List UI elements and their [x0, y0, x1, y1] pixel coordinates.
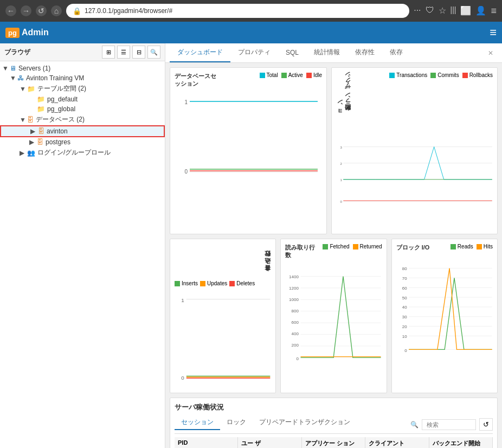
back-button[interactable]: ← — [5, 5, 16, 16]
legend-updates-dot — [200, 281, 205, 286]
legend-reads: Reads — [450, 244, 473, 249]
legend-rollbacks-dot — [462, 73, 468, 78]
hamburger-button[interactable]: ≡ — [491, 5, 497, 17]
table-header: PID ユー ザ アプリケー ション クライアント バックエンド開始 — [175, 437, 493, 448]
legend-updates: Updates — [200, 280, 227, 286]
forward-button[interactable]: → — [21, 5, 31, 16]
list-view-button[interactable]: ☰ — [117, 46, 130, 59]
legend-idle-label: Idle — [313, 72, 322, 78]
svg-text:0: 0 — [184, 169, 188, 175]
legend-fetched-label: Fetched — [330, 244, 349, 249]
filter-button[interactable]: ⊟ — [132, 46, 145, 59]
person-button[interactable]: 👤 — [475, 5, 486, 17]
db-sessions-title: データベースセッション — [175, 72, 218, 88]
legend-inserts-dot — [175, 281, 180, 286]
refresh-button[interactable]: ↺ — [36, 5, 47, 16]
tab-sql[interactable]: SQL — [278, 44, 306, 62]
tab-dependents[interactable]: 依存 — [382, 43, 410, 62]
legend-commits-dot — [430, 73, 436, 78]
svg-text:10: 10 — [402, 334, 407, 339]
writes-card: 書き込み行数 Inserts Updates — [170, 239, 276, 393]
pgadmin-menu-icon[interactable]: ≡ — [490, 25, 497, 40]
transactions-chart: 3 2 1 0 — [336, 121, 493, 229]
svg-text:0: 0 — [297, 356, 299, 361]
more-button[interactable]: ··· — [414, 5, 421, 17]
legend-transactions-dot — [389, 73, 395, 78]
tree: ▼ 🖥 Servers (1) ▼ 🖧 Avinton Training VM … — [0, 61, 165, 448]
shield-button[interactable]: 🛡 — [426, 5, 434, 17]
servers-arrow: ▼ — [2, 65, 10, 72]
svg-text:1200: 1200 — [289, 286, 299, 291]
url-display: 127.0.0.1/pgadmin4/browser/# — [85, 7, 172, 15]
postgres-arrow: ▶ — [29, 138, 37, 146]
servers-node[interactable]: ▼ 🖥 Servers (1) — [0, 63, 165, 73]
legend-returned: Returned — [353, 244, 382, 249]
legend-commits-label: Commits — [437, 72, 459, 78]
login-node[interactable]: ▶ 👥 ログイン/グループロール — [0, 147, 165, 158]
postgres-node[interactable]: ▶ 🗄 postgres — [0, 137, 165, 147]
tab-button[interactable]: ⬜ — [460, 5, 471, 17]
legend-transactions: Transactions — [389, 72, 427, 78]
svg-text:40: 40 — [402, 305, 407, 310]
pg-default-node[interactable]: ▶ 📁 pg_default — [0, 94, 165, 104]
col-backend: バックエンド開始 — [429, 437, 493, 448]
writes-title: 書き込み行数 — [175, 244, 271, 276]
sidebar-toolbar: ブラウザ ⊞ ☰ ⊟ 🔍 — [0, 43, 165, 61]
search-icon: 🔍 — [410, 421, 419, 428]
col-user: ユー ザ — [238, 437, 301, 448]
block-io-legend: Reads Hits — [450, 244, 493, 249]
legend-fetched-dot — [323, 244, 328, 249]
status-tab-prepared[interactable]: プリペアードトランザクション — [253, 415, 357, 430]
sidebar-icons: ⊞ ☰ ⊟ 🔍 — [102, 46, 160, 59]
databases-node[interactable]: ▼ 🗄 データベース (2) — [0, 114, 165, 125]
reads-title: 読み取り行数 — [285, 244, 318, 259]
login-icon: 👥 — [27, 149, 35, 157]
svg-text:0: 0 — [181, 375, 184, 381]
legend-hits-label: Hits — [484, 244, 493, 249]
legend-inserts-label: Inserts — [182, 280, 198, 286]
admin-logo-part: Admin — [22, 28, 49, 37]
sidebar-title: ブラウザ — [4, 48, 30, 57]
tab-dependencies[interactable]: 依存性 — [347, 43, 382, 62]
star-button[interactable]: ☆ — [439, 5, 446, 17]
tab-statistics[interactable]: 統計情報 — [306, 43, 347, 62]
vm-icon: 🖧 — [17, 74, 24, 82]
vm-arrow: ▼ — [10, 74, 17, 82]
status-tab-locks[interactable]: ロック — [220, 415, 253, 430]
avinton-node[interactable]: ▶ 🗄 avinton — [0, 125, 165, 137]
login-arrow: ▶ — [20, 149, 27, 157]
block-io-chart: 80 70 60 50 40 30 20 10 0 — [396, 257, 493, 365]
pg-global-node[interactable]: ▶ 📁 pg_global — [0, 104, 165, 114]
legend-inserts: Inserts — [175, 280, 198, 286]
legend-commits: Commits — [430, 72, 459, 78]
address-bar[interactable]: 🔒 127.0.0.1/pgadmin4/browser/# — [66, 4, 409, 18]
svg-text:0: 0 — [340, 200, 342, 203]
tab-dashboard[interactable]: ダッシュボード — [170, 43, 230, 62]
legend-reads-dot — [450, 244, 456, 249]
databases-label: データベース (2) — [36, 115, 85, 124]
svg-text:2: 2 — [340, 162, 342, 165]
refresh-server-button[interactable]: ↺ — [479, 418, 493, 431]
home-button[interactable]: ⌂ — [51, 5, 62, 16]
svg-text:0: 0 — [404, 348, 407, 353]
search-sidebar-button[interactable]: 🔍 — [147, 46, 160, 59]
svg-text:1: 1 — [181, 297, 184, 303]
bookmarks-button[interactable]: ||| — [450, 5, 456, 17]
legend-deletes: Deletes — [229, 280, 255, 286]
legend-total-dot — [260, 73, 265, 78]
legend-fetched: Fetched — [323, 244, 349, 249]
reads-chart: 1400 1200 1000 800 600 400 200 0 — [285, 265, 382, 373]
server-status-section: サーバ稼働状況 セッション ロック プリペアードトランザクション 🔍 ↺ PID — [170, 398, 498, 448]
svg-text:1: 1 — [340, 178, 342, 182]
status-tab-sessions[interactable]: セッション — [175, 415, 220, 430]
pg-global-icon: 📁 — [37, 105, 45, 113]
tablespace-node[interactable]: ▼ 📁 テーブル空間 (2) — [0, 83, 165, 94]
db-sessions-legend: Total Active Idle — [260, 72, 322, 78]
writes-legend: Inserts Updates Deletes — [175, 280, 271, 286]
tab-properties[interactable]: プロパティ — [230, 43, 278, 62]
search-input[interactable] — [422, 419, 476, 430]
close-tab-button[interactable]: ✕ — [484, 45, 498, 61]
grid-view-button[interactable]: ⊞ — [102, 46, 115, 59]
pg-logo-part: pg — [5, 28, 20, 38]
vm-node[interactable]: ▼ 🖧 Avinton Training VM — [0, 73, 165, 83]
